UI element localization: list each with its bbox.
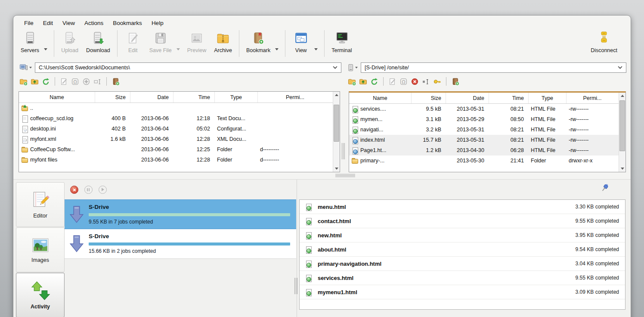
panel-splitter-handle[interactable] bbox=[342, 143, 345, 159]
char-set-icon[interactable]: Ω bbox=[399, 78, 408, 86]
bookmark-add-icon[interactable] bbox=[451, 78, 459, 86]
preview-button[interactable]: Preview bbox=[183, 28, 210, 53]
file-row[interactable]: index.html 15.7 kB 2013-05-31 08:21 HTML… bbox=[349, 135, 625, 145]
menu-item[interactable]: Bookmarks bbox=[108, 19, 147, 28]
file-row[interactable]: desktop.ini 402 B 2013-06-04 05:02 Confi… bbox=[19, 124, 340, 134]
upload-button[interactable]: Upload bbox=[57, 28, 82, 53]
file-row[interactable]: mymen... 3.1 kB 2013-05-29 08:50 HTML Fi… bbox=[349, 114, 625, 124]
delete-icon[interactable] bbox=[411, 78, 419, 86]
menu-item[interactable]: Edit bbox=[38, 19, 58, 28]
file-row[interactable]: Page1.ht... 1.2 kB 2013-04-30 06:28 HTML… bbox=[349, 145, 625, 155]
column-header[interactable]: Name bbox=[19, 92, 95, 103]
bookmark-add-icon[interactable] bbox=[111, 78, 120, 86]
local-device-button[interactable] bbox=[19, 63, 33, 72]
view-button[interactable]: View bbox=[288, 28, 313, 53]
scroll-up-icon[interactable] bbox=[619, 93, 626, 99]
save-file-button[interactable]: Save File bbox=[146, 28, 176, 53]
column-header[interactable]: Size bbox=[95, 92, 130, 103]
cancel-transfer-icon[interactable] bbox=[70, 186, 78, 194]
column-header[interactable]: Date bbox=[130, 92, 173, 103]
remote-path-combobox[interactable]: [S-Drive] /one/site/ bbox=[361, 62, 626, 73]
bookmark-dropdown-icon[interactable] bbox=[275, 48, 279, 50]
file-row[interactable]: CoffeeCup Softw... 2013-06-06 12:25 Fold… bbox=[19, 144, 340, 155]
menu-item[interactable]: File bbox=[19, 19, 38, 28]
terminal-icon bbox=[335, 30, 349, 47]
servers-dropdown-icon[interactable] bbox=[44, 48, 47, 50]
parent-folder-icon[interactable] bbox=[359, 78, 367, 86]
disconnect-label: Disconnect bbox=[591, 47, 617, 53]
disconnect-button[interactable]: Disconnect bbox=[587, 28, 621, 53]
scroll-up-icon[interactable] bbox=[333, 92, 340, 98]
completed-file-name: about.html bbox=[318, 246, 576, 253]
scroll-down-icon[interactable] bbox=[333, 165, 340, 172]
save-file-dropdown-icon[interactable] bbox=[176, 48, 180, 50]
column-header[interactable]: Permi... bbox=[566, 93, 618, 103]
tab-editor[interactable]: Editor bbox=[16, 182, 65, 227]
pause-transfer-icon[interactable] bbox=[84, 186, 93, 194]
file-row[interactable]: coffeecup_scd.log 400 B 2013-06-06 12:18… bbox=[19, 113, 340, 124]
tab-activity[interactable]: Activity bbox=[16, 273, 65, 317]
file-row[interactable]: .. bbox=[19, 103, 340, 113]
parent-folder-icon[interactable] bbox=[31, 78, 39, 86]
column-header[interactable]: Size bbox=[411, 93, 446, 103]
completed-row[interactable]: new.html 3.95 KB completed bbox=[300, 228, 625, 242]
menu-item[interactable]: Help bbox=[147, 19, 168, 28]
char-set-icon[interactable]: Ω bbox=[71, 78, 79, 86]
archive-button[interactable]: Archive bbox=[210, 28, 236, 53]
upload-label: Upload bbox=[61, 47, 78, 53]
file-row[interactable]: myfont files 2013-06-06 12:28 Folder d--… bbox=[19, 155, 340, 165]
column-header[interactable]: Type bbox=[214, 92, 257, 103]
completed-row[interactable]: mymenu1.html 3.09 KB completed bbox=[300, 285, 625, 299]
servers-button[interactable]: Servers bbox=[17, 28, 43, 53]
permissions-key-icon[interactable] bbox=[433, 78, 441, 86]
download-button[interactable]: Download bbox=[82, 28, 114, 53]
column-header[interactable]: Permi... bbox=[257, 92, 332, 103]
completed-row[interactable]: services.html 9.55 KB completed bbox=[300, 271, 625, 285]
menu-item[interactable]: Actions bbox=[80, 19, 108, 28]
terminal-button[interactable]: Terminal bbox=[328, 28, 356, 53]
remote-file-list: services.... 9.5 kB 2013-05-31 08:21 HTM… bbox=[349, 104, 625, 166]
column-header[interactable]: Date bbox=[446, 93, 489, 103]
refresh-icon[interactable] bbox=[42, 78, 50, 86]
local-path-combobox[interactable]: C:\Users\Scott Swedorski\Documents\ bbox=[35, 62, 341, 73]
scroll-down-icon[interactable] bbox=[619, 165, 626, 172]
navigate-icon[interactable] bbox=[82, 78, 90, 86]
refresh-icon[interactable] bbox=[370, 78, 378, 86]
file-row[interactable]: navigati... 3.2 kB 2013-05-31 08:21 HTML… bbox=[349, 124, 625, 135]
pin-icon[interactable] bbox=[601, 183, 610, 195]
bookmark-button[interactable]: Bookmark bbox=[242, 28, 274, 53]
quick-rename-icon[interactable] bbox=[93, 78, 102, 86]
column-header[interactable]: Time bbox=[173, 92, 214, 103]
scrollbar-thumb[interactable] bbox=[619, 100, 625, 151]
rename-file-icon[interactable] bbox=[388, 78, 396, 86]
horizontal-splitter-handle[interactable] bbox=[335, 174, 355, 177]
menu-item[interactable]: View bbox=[58, 19, 80, 28]
local-scrollbar[interactable] bbox=[333, 92, 340, 172]
view-dropdown-icon[interactable] bbox=[314, 48, 318, 50]
remote-scrollbar[interactable] bbox=[619, 93, 625, 172]
file-row[interactable]: services.... 9.5 kB 2013-05-31 08:21 HTM… bbox=[349, 104, 625, 114]
quick-rename-icon[interactable] bbox=[422, 78, 430, 86]
column-header[interactable]: Type bbox=[528, 93, 566, 103]
queue-item[interactable]: S-Drive 15.66 KB in 2 jobs completed bbox=[65, 229, 296, 259]
column-header[interactable]: Name bbox=[349, 93, 411, 103]
file-row[interactable]: myfont.xml 1.6 kB 2013-06-06 12:28 XML D… bbox=[19, 134, 340, 144]
resume-transfer-icon[interactable] bbox=[99, 186, 107, 194]
rename-file-icon[interactable] bbox=[60, 78, 68, 86]
bottom-splitter-handle[interactable] bbox=[294, 278, 298, 294]
remote-device-button[interactable] bbox=[347, 63, 359, 72]
completed-row[interactable]: menu.html 3.30 KB completed bbox=[300, 200, 625, 214]
file-row[interactable]: primary-... 2013-05-30 21:41 Folder drwx… bbox=[349, 155, 625, 166]
chevron-down-icon[interactable] bbox=[333, 66, 337, 69]
new-folder-icon[interactable] bbox=[19, 78, 28, 86]
column-header[interactable]: Time bbox=[489, 93, 528, 103]
completed-row[interactable]: primary-navigation.html 3.04 KB complete… bbox=[300, 257, 625, 271]
completed-row[interactable]: contact.html 9.55 KB completed bbox=[300, 214, 625, 228]
chevron-down-icon[interactable] bbox=[618, 66, 622, 69]
scrollbar-thumb[interactable] bbox=[334, 105, 339, 142]
edit-button[interactable]: Edit bbox=[121, 28, 146, 53]
completed-row[interactable]: about.html 9.54 KB completed bbox=[300, 242, 625, 257]
tab-images[interactable]: Images bbox=[16, 227, 65, 272]
queue-item[interactable]: S-Drive 9.55 KB in 7 jobs completed bbox=[65, 199, 296, 229]
new-folder-icon[interactable] bbox=[348, 78, 356, 86]
